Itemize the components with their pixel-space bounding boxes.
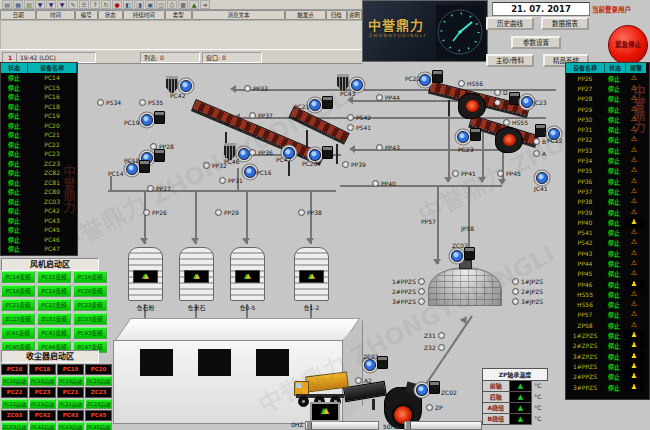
device-row[interactable]: PP43停止⚠ — [566, 248, 649, 258]
device-row[interactable]: 停止PC22 — [1, 140, 77, 150]
crusher-frequency-slider[interactable] — [404, 421, 482, 430]
alarm-column-header[interactable]: 日期 — [0, 10, 36, 20]
alarm-column-header[interactable]: 消息文本 — [192, 10, 286, 20]
motor-icon[interactable] — [509, 92, 520, 105]
data-report-button[interactable]: 数据报表 — [541, 17, 589, 30]
device-row[interactable]: 停止PC42 — [1, 206, 77, 216]
device-row[interactable]: PP40停止♟ — [566, 217, 649, 227]
dome-storage[interactable] — [428, 267, 502, 306]
device-row[interactable]: PP32停止⚠ — [566, 135, 649, 145]
fan-vfd-button[interactable]: PC15变频 — [37, 271, 71, 283]
device-row[interactable]: 停止PC23 — [1, 149, 77, 159]
device-row[interactable]: PP38停止⚠ — [566, 197, 649, 207]
alarm-column-header[interactable]: 触发点 — [285, 10, 325, 20]
fan-vfd-button[interactable]: PC14变频 — [1, 271, 35, 283]
print-icon[interactable]: ⎙ — [167, 0, 177, 9]
device-row[interactable]: PP28停止⚠ — [566, 94, 649, 104]
device-row[interactable]: 停止PC21 — [1, 130, 77, 140]
device-row[interactable]: 停止ZC03 — [1, 197, 77, 207]
dust-start-button[interactable]: PC20启动 — [85, 376, 112, 386]
product-silo[interactable]: ▲▲仓米石 — [179, 247, 214, 301]
parameter-settings-button[interactable]: 参数设置 — [511, 36, 561, 49]
device-row[interactable]: 停止PC14 — [1, 73, 77, 83]
device-row[interactable]: PP30停止⚠ — [566, 114, 649, 124]
chart-icon[interactable]: ▧ — [24, 0, 34, 9]
device-row[interactable]: PP37停止⚠ — [566, 186, 649, 196]
edit-icon[interactable]: ✎ — [68, 0, 78, 9]
fan-vfd-button[interactable]: PC21变频 — [1, 299, 35, 311]
fan-icon[interactable] — [536, 172, 548, 184]
motor-icon[interactable] — [322, 96, 333, 109]
device-row[interactable]: 1#ZPZS停止♟ — [566, 330, 649, 340]
fan-icon[interactable] — [521, 96, 533, 108]
device-row[interactable]: PS41停止⚠ — [566, 227, 649, 237]
table-icon[interactable]: ▦ — [13, 0, 23, 9]
hopper-icon[interactable] — [166, 76, 178, 93]
device-row[interactable]: PP35停止⚠ — [566, 166, 649, 176]
device-row[interactable]: 停止PC15 — [1, 83, 77, 93]
device-row[interactable]: PP34停止⚠ — [566, 155, 649, 165]
fan-icon[interactable] — [126, 163, 138, 175]
feeder-frequency-slider[interactable] — [305, 421, 379, 430]
device-row[interactable]: 停止PC46 — [1, 235, 77, 245]
device-row[interactable]: 3#PPZS停止♟ — [566, 382, 649, 392]
fan-icon[interactable] — [416, 384, 428, 396]
device-row[interactable]: HS56停止⚠ — [566, 300, 649, 310]
pane-right-icon[interactable]: ◨ — [134, 0, 144, 9]
lock-icon[interactable]: ■ — [178, 0, 188, 9]
fan-vfd-button[interactable]: PC22变频 — [37, 299, 71, 311]
device-row[interactable]: 停止ZC82 — [1, 168, 77, 178]
dust-start-button[interactable]: ZC23启动 — [85, 399, 112, 409]
product-silo[interactable]: ▲▲仓0-5 — [230, 247, 265, 301]
motor-icon[interactable] — [429, 381, 440, 394]
fan-icon[interactable] — [244, 166, 256, 178]
alarm-column-header[interactable]: 说明 — [347, 10, 362, 20]
fan-vfd-button[interactable]: PC23变频 — [73, 299, 107, 311]
fan-icon[interactable] — [141, 114, 153, 126]
fan-vfd-button[interactable]: ZC03变频 — [73, 313, 107, 325]
device-row[interactable]: PP46停止♟ — [566, 279, 649, 289]
filter-down3-icon[interactable]: ▼ — [57, 0, 67, 9]
fan-vfd-button[interactable]: JC41变频 — [1, 327, 35, 339]
main-aggregate-button[interactable]: 主砂/骨料 — [486, 54, 534, 67]
sort-icon[interactable]: ▲ — [189, 0, 199, 9]
device-row[interactable]: 停止PC16 — [1, 92, 77, 102]
motor-icon[interactable] — [470, 128, 481, 141]
product-silo[interactable]: ▲▲仓石粉 — [128, 247, 163, 301]
motor-icon[interactable] — [322, 146, 333, 159]
device-row[interactable]: 2#ZPZS停止♟ — [566, 341, 649, 351]
fan-vfd-button[interactable]: PC16变频 — [73, 271, 107, 283]
fan-icon[interactable] — [180, 80, 192, 92]
dust-start-button[interactable]: PC18启动 — [29, 376, 56, 386]
alarm-column-header[interactable]: 持续时间 — [123, 10, 165, 20]
fan-vfd-button[interactable]: PC42变频 — [37, 327, 71, 339]
alarm-column-header[interactable]: 时间 — [36, 10, 74, 20]
fan-vfd-button[interactable]: PC19变频 — [37, 285, 71, 297]
device-row[interactable]: 2#PPZS停止♟ — [566, 372, 649, 382]
device-row[interactable]: 停止ZC23 — [1, 159, 77, 169]
device-row[interactable]: PP27停止⚠ — [566, 83, 649, 93]
fan-vfd-button[interactable]: ZC82变频 — [37, 313, 71, 325]
device-row[interactable]: 1#PPZS停止♟ — [566, 361, 649, 371]
filter-down-icon[interactable]: ▼ — [35, 0, 45, 9]
device-row[interactable]: PP31停止⚠ — [566, 124, 649, 134]
fan-vfd-button[interactable]: PC18变频 — [1, 285, 35, 297]
dust-start-button[interactable]: PC19启动 — [57, 376, 84, 386]
alarm-column-header[interactable]: 类型 — [165, 10, 192, 20]
fan-icon[interactable] — [457, 131, 469, 143]
record-icon[interactable]: ● — [112, 0, 122, 9]
device-row[interactable]: 3#ZPZS停止♟ — [566, 351, 649, 361]
hammer-crusher-2[interactable] — [495, 127, 523, 153]
alarm-column-header[interactable]: 编号 — [75, 10, 98, 20]
device-row[interactable]: 停止PC20 — [1, 121, 77, 131]
alarm-column-header[interactable]: 归档 — [326, 10, 347, 20]
help-icon[interactable]: ? — [90, 0, 100, 9]
fan-icon[interactable] — [451, 250, 463, 262]
motor-icon[interactable] — [432, 70, 443, 83]
device-row[interactable]: 停止PC18 — [1, 102, 77, 112]
dust-start-button[interactable]: PC42启动 — [29, 422, 56, 430]
device-row[interactable]: 停止PC45 — [1, 225, 77, 235]
alarm-list-icon[interactable]: ▤ — [2, 0, 12, 9]
fan-icon[interactable] — [419, 74, 431, 86]
motor-icon[interactable] — [154, 149, 165, 162]
